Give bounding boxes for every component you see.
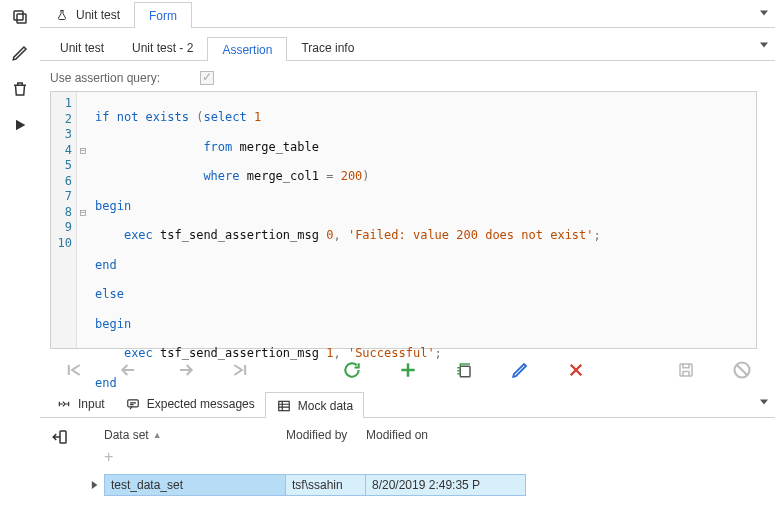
prev-record-button[interactable]	[118, 359, 140, 381]
subtab-trace-info[interactable]: Trace info	[287, 36, 368, 60]
copy-button[interactable]	[9, 6, 31, 28]
svg-rect-2	[460, 366, 470, 377]
bottom-tabs-dropdown[interactable]	[759, 397, 769, 407]
mock-data-icon	[276, 398, 292, 414]
mock-data-grid: Data set▲ Modified by Modified on + test…	[80, 418, 775, 496]
sort-asc-icon: ▲	[153, 430, 162, 440]
tab-unit-test[interactable]: Unit test	[40, 2, 134, 28]
code-fold-marks: ⊟⊟	[77, 92, 89, 348]
svg-rect-6	[279, 401, 290, 410]
duplicate-button[interactable]	[453, 359, 475, 381]
assertion-query-checkbox	[200, 71, 214, 85]
edit-record-button[interactable]	[509, 359, 531, 381]
assertion-query-label: Use assertion query:	[50, 71, 160, 85]
subtab-assertion[interactable]: Assertion	[207, 37, 287, 61]
tab-mock-label: Mock data	[298, 399, 353, 413]
header-data-set[interactable]: Data set▲	[104, 428, 286, 442]
svg-rect-0	[17, 14, 26, 23]
row-indicator-icon	[86, 474, 104, 496]
tab-input[interactable]: Input	[46, 391, 115, 417]
left-rail	[0, 0, 40, 532]
code-editor[interactable]: 12345678910 ⊟⊟ if not exists (select 1 f…	[50, 91, 757, 349]
svg-rect-7	[60, 431, 66, 443]
svg-rect-3	[680, 364, 692, 376]
assertion-panel: Use assertion query: 12345678910 ⊟⊟ if n…	[40, 61, 775, 349]
delete-button[interactable]	[9, 78, 31, 100]
code-content[interactable]: if not exists (select 1 from merge_table…	[89, 92, 756, 348]
tab-expected-messages[interactable]: Expected messages	[115, 391, 265, 417]
tab-mock-data[interactable]: Mock data	[265, 392, 364, 418]
header-modified-by[interactable]: Modified by	[286, 428, 366, 442]
subtab-assertion-label: Assertion	[222, 43, 272, 57]
top-tabs: Unit test Form	[40, 0, 775, 28]
subtab-trace-info-label: Trace info	[301, 41, 354, 55]
header-modified-on[interactable]: Modified on	[366, 428, 761, 442]
svg-rect-1	[14, 11, 23, 20]
add-button[interactable]	[397, 359, 419, 381]
table-row[interactable]: test_data_set tsf\ssahin 8/20/2019 2:49:…	[86, 474, 761, 496]
subtab-unit-test-2[interactable]: Unit test - 2	[118, 36, 207, 60]
input-icon	[56, 396, 72, 412]
last-record-button[interactable]	[230, 359, 252, 381]
sub-tabs: Unit test Unit test - 2 Assertion Trace …	[40, 32, 775, 60]
edit-button[interactable]	[9, 42, 31, 64]
exit-button[interactable]	[51, 428, 69, 446]
grid-headers: Data set▲ Modified by Modified on	[86, 424, 761, 448]
delete-record-button[interactable]	[565, 359, 587, 381]
tab-unit-test-label: Unit test	[76, 8, 120, 22]
cell-data-set[interactable]: test_data_set	[104, 474, 286, 496]
first-record-button[interactable]	[62, 359, 84, 381]
subtab-unit-test-2-label: Unit test - 2	[132, 41, 193, 55]
run-button[interactable]	[9, 114, 31, 136]
tab-form[interactable]: Form	[134, 2, 192, 28]
code-gutter: 12345678910	[51, 92, 77, 348]
tab-input-label: Input	[78, 397, 105, 411]
tab-expected-label: Expected messages	[147, 397, 255, 411]
flask-icon	[54, 7, 70, 23]
save-button[interactable]	[675, 359, 697, 381]
record-toolbar	[40, 349, 775, 387]
tab-form-label: Form	[149, 9, 177, 23]
next-record-button[interactable]	[174, 359, 196, 381]
cell-modified-by[interactable]: tsf\ssahin	[286, 474, 366, 496]
bottom-tabs: Input Expected messages Mock data	[40, 389, 775, 417]
top-tabs-dropdown[interactable]	[759, 8, 769, 18]
sub-tabs-dropdown[interactable]	[759, 40, 769, 50]
subtab-unit-test-label: Unit test	[60, 41, 104, 55]
cell-modified-on[interactable]: 8/20/2019 2:49:35 P	[366, 474, 526, 496]
refresh-button[interactable]	[341, 359, 363, 381]
subtab-unit-test[interactable]: Unit test	[46, 36, 118, 60]
grid-add-row[interactable]: +	[86, 448, 761, 474]
message-icon	[125, 396, 141, 412]
cancel-button[interactable]	[731, 359, 753, 381]
